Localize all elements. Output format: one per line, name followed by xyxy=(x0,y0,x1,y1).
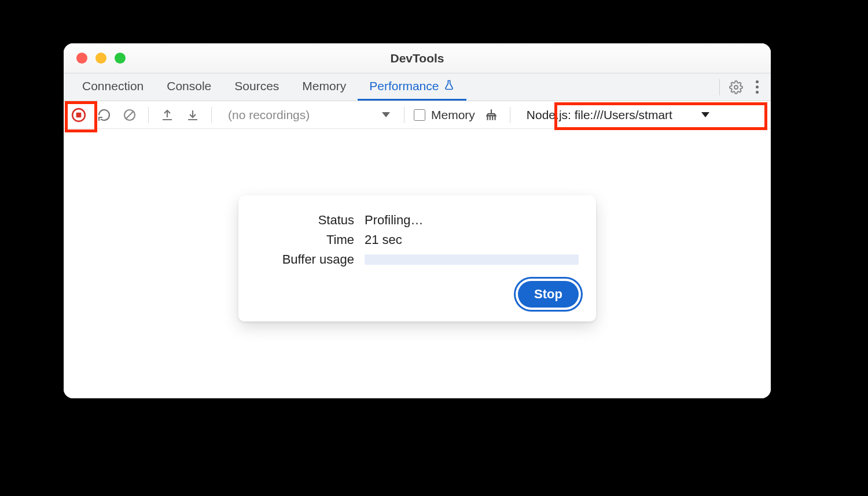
buffer-label: Buffer usage xyxy=(256,252,354,267)
divider xyxy=(719,79,720,95)
tab-label: Sources xyxy=(234,79,279,93)
download-icon xyxy=(186,108,200,122)
traffic-lights xyxy=(64,53,126,64)
svg-line-4 xyxy=(126,112,133,119)
kebab-icon xyxy=(756,80,759,94)
reload-button[interactable] xyxy=(95,106,113,124)
clear-icon xyxy=(123,108,137,122)
tab-memory[interactable]: Memory xyxy=(290,73,358,101)
upload-button[interactable] xyxy=(158,106,176,124)
performance-content: Status Profiling… Time 21 sec Buffer usa… xyxy=(64,129,771,398)
download-button[interactable] xyxy=(183,106,202,124)
status-value: Profiling… xyxy=(365,213,579,228)
devtools-window: DevTools Connection Console Sources Memo… xyxy=(64,43,771,398)
experiment-icon xyxy=(443,79,455,94)
divider xyxy=(211,107,212,123)
reload-icon xyxy=(97,108,111,122)
divider xyxy=(148,107,149,123)
profiling-grid: Status Profiling… Time 21 sec Buffer usa… xyxy=(256,213,579,267)
performance-toolbar: (no recordings) Memory Node.js: file:///… xyxy=(64,101,771,129)
titlebar: DevTools xyxy=(64,43,771,73)
target-label: Node.js: file:///Users/stmart xyxy=(527,108,672,122)
status-label: Status xyxy=(256,213,354,228)
chevron-down-icon xyxy=(382,112,390,117)
profiling-dialog: Status Profiling… Time 21 sec Buffer usa… xyxy=(238,195,596,321)
tab-label: Performance xyxy=(369,79,439,93)
tab-connection[interactable]: Connection xyxy=(71,73,155,101)
window-title: DevTools xyxy=(64,51,771,65)
divider xyxy=(510,107,510,123)
window-minimize-button[interactable] xyxy=(95,53,106,64)
record-button[interactable] xyxy=(69,106,88,124)
gear-icon xyxy=(729,80,743,94)
tabbar-right xyxy=(715,73,771,101)
upload-icon xyxy=(160,108,174,122)
time-label: Time xyxy=(256,232,354,247)
tab-performance[interactable]: Performance xyxy=(358,73,466,101)
buffer-usage-bar xyxy=(365,254,579,265)
memory-checkbox[interactable]: Memory xyxy=(414,108,475,122)
tab-console[interactable]: Console xyxy=(155,73,223,101)
stop-button[interactable]: Stop xyxy=(518,281,579,308)
settings-button[interactable] xyxy=(727,78,745,97)
recordings-select[interactable]: (no recordings) xyxy=(221,108,395,122)
divider xyxy=(404,107,404,123)
tab-sources[interactable]: Sources xyxy=(223,73,290,101)
stop-row: Stop xyxy=(256,281,579,308)
chevron-down-icon xyxy=(701,112,709,117)
tab-label: Console xyxy=(167,79,211,93)
tabbar: Connection Console Sources Memory Perfor… xyxy=(64,73,771,101)
window-maximize-button[interactable] xyxy=(115,53,126,64)
broom-icon xyxy=(484,108,499,123)
window-close-button[interactable] xyxy=(76,53,87,64)
svg-rect-2 xyxy=(76,112,82,117)
tab-label: Memory xyxy=(302,79,346,93)
memory-checkbox-label: Memory xyxy=(431,108,475,122)
recordings-placeholder: (no recordings) xyxy=(228,108,310,122)
more-button[interactable] xyxy=(748,78,766,97)
memory-checkbox-input[interactable] xyxy=(414,109,425,121)
svg-point-0 xyxy=(734,86,738,89)
time-value: 21 sec xyxy=(365,232,579,247)
collect-garbage-button[interactable] xyxy=(482,106,501,124)
record-stop-icon xyxy=(71,108,86,123)
target-select[interactable]: Node.js: file:///Users/stmart xyxy=(520,104,716,126)
clear-button[interactable] xyxy=(120,106,139,124)
tab-label: Connection xyxy=(82,79,144,93)
